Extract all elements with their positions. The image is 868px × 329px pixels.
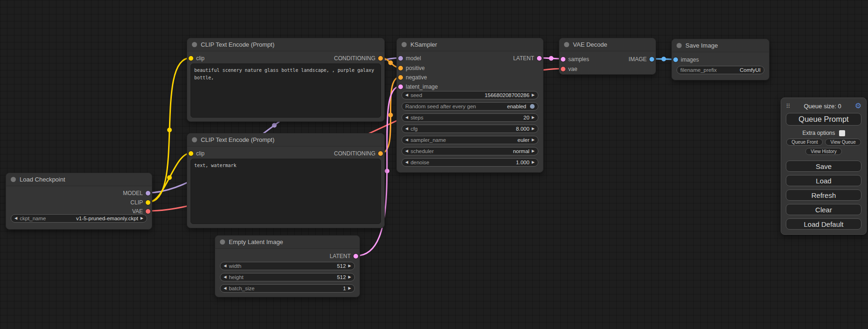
collapse-dot-icon[interactable] — [11, 177, 16, 182]
node-title-bar[interactable]: CLIP Text Encode (Prompt) — [187, 38, 384, 51]
collapse-dot-icon[interactable] — [402, 42, 407, 47]
image-output-port[interactable] — [649, 57, 654, 62]
clip-output-port[interactable] — [146, 200, 150, 205]
clear-button[interactable]: Clear — [786, 204, 861, 215]
latent-output-port[interactable] — [353, 254, 358, 259]
scheduler-widget[interactable]: ◀ scheduler normal ▶ — [402, 147, 538, 155]
vae-output-port[interactable] — [146, 209, 150, 214]
node-clip-text-encode-negative[interactable]: CLIP Text Encode (Prompt) clip CONDITION… — [187, 133, 385, 228]
random-seed-toggle-widget[interactable]: Random seed after every gen enabled — [402, 102, 538, 111]
drag-handle-icon[interactable]: ⠿ — [786, 103, 790, 110]
decrement-arrow[interactable]: ◀ — [405, 138, 408, 142]
denoise-widget[interactable]: ◀ denoise 1.000 ▶ — [402, 158, 538, 167]
view-history-button[interactable]: View History — [805, 148, 841, 155]
increment-arrow[interactable]: ▶ — [532, 93, 535, 97]
decrement-arrow[interactable]: ◀ — [14, 217, 17, 220]
extra-options-checkbox[interactable] — [839, 130, 845, 136]
queue-front-button[interactable]: Queue Front — [786, 139, 823, 146]
decrement-arrow[interactable]: ◀ — [405, 116, 408, 119]
positive-input-port[interactable] — [398, 66, 403, 70]
node-vae-decode[interactable]: VAE Decode samples vae IMAGE — [559, 38, 656, 75]
decrement-arrow[interactable]: ◀ — [224, 287, 226, 290]
collapse-dot-icon[interactable] — [220, 239, 225, 245]
slot-label: latent_image — [406, 84, 438, 90]
node-title: CLIP Text Encode (Prompt) — [201, 136, 275, 143]
clip-input-port[interactable] — [189, 56, 193, 61]
increment-arrow[interactable]: ▶ — [532, 161, 535, 164]
node-ksampler[interactable]: KSampler model positive negative latent_… — [396, 38, 543, 173]
node-title-bar[interactable]: VAE Decode — [559, 38, 656, 51]
load-button[interactable]: Load — [786, 175, 861, 186]
decrement-arrow[interactable]: ◀ — [405, 161, 408, 164]
input-slot-latent-image: latent_image — [398, 83, 438, 91]
node-graph-canvas[interactable]: Load Checkpoint MODEL CLIP VAE ◀ ckpt_na… — [0, 0, 868, 329]
widget-value: 8.000 — [516, 126, 529, 132]
batch-size-widget[interactable]: ◀ batch_size 1 ▶ — [220, 284, 355, 293]
decrement-arrow[interactable]: ◀ — [224, 275, 226, 279]
node-title-bar[interactable]: KSampler — [397, 38, 543, 51]
increment-arrow[interactable]: ▶ — [532, 138, 535, 142]
increment-arrow[interactable]: ▶ — [532, 116, 535, 119]
conditioning-output-port[interactable] — [378, 151, 383, 156]
node-title-bar[interactable]: Load Checkpoint — [6, 173, 152, 186]
decrement-arrow[interactable]: ◀ — [405, 127, 408, 131]
widget-label: width — [229, 263, 241, 269]
model-input-port[interactable] — [398, 56, 403, 61]
filename-prefix-widget[interactable]: filename_prefix ComfyUI — [677, 66, 764, 74]
toggle-knob-icon[interactable] — [530, 104, 535, 109]
queue-size-label: Queue size: 0 — [790, 103, 855, 110]
steps-widget[interactable]: ◀ steps 20 ▶ — [402, 113, 538, 122]
model-output-port[interactable] — [146, 191, 150, 196]
increment-arrow[interactable]: ▶ — [141, 217, 143, 220]
queue-prompt-button[interactable]: Queue Prompt — [786, 113, 861, 126]
ckpt-name-widget[interactable]: ◀ ckpt_name v1-5-pruned-emaonly.ckpt ▶ — [11, 214, 147, 223]
increment-arrow[interactable]: ▶ — [348, 287, 351, 290]
widget-value: v1-5-pruned-emaonly.ckpt — [76, 216, 138, 221]
widget-value: euler — [517, 137, 529, 143]
positive-prompt-textarea[interactable]: beautiful scenery nature glass bottle la… — [191, 63, 381, 118]
node-clip-text-encode-positive[interactable]: CLIP Text Encode (Prompt) clip CONDITION… — [187, 38, 385, 122]
width-widget[interactable]: ◀ width 512 ▶ — [220, 262, 355, 270]
node-load-checkpoint[interactable]: Load Checkpoint MODEL CLIP VAE ◀ ckpt_na… — [6, 173, 152, 230]
increment-arrow[interactable]: ▶ — [348, 275, 351, 279]
increment-arrow[interactable]: ▶ — [532, 149, 535, 153]
node-empty-latent-image[interactable]: Empty Latent Image LATENT ◀ width 512 ▶ … — [215, 235, 360, 297]
height-widget[interactable]: ◀ height 512 ▶ — [220, 273, 355, 281]
slot-label: MODEL — [123, 190, 143, 196]
view-queue-button[interactable]: View Queue — [825, 139, 861, 146]
widget-label: ckpt_name — [20, 216, 46, 221]
widget-label: sampler_name — [410, 137, 446, 143]
negative-input-port[interactable] — [398, 75, 403, 80]
node-title-bar[interactable]: CLIP Text Encode (Prompt) — [187, 133, 384, 147]
widget-label: Random seed after every gen — [405, 104, 476, 109]
decrement-arrow[interactable]: ◀ — [224, 264, 226, 268]
settings-gear-icon[interactable]: ⚙ — [855, 102, 861, 110]
node-title-bar[interactable]: Empty Latent Image — [215, 236, 360, 249]
decrement-arrow[interactable]: ◀ — [405, 93, 408, 97]
node-title-bar[interactable]: Save Image — [672, 39, 769, 52]
images-input-port[interactable] — [673, 57, 678, 62]
latent-image-input-port[interactable] — [398, 84, 403, 89]
latent-output-port[interactable] — [537, 56, 542, 61]
cfg-widget[interactable]: ◀ cfg 8.000 ▶ — [402, 125, 538, 133]
samples-input-port[interactable] — [561, 57, 565, 62]
clip-input-port[interactable] — [189, 151, 193, 156]
collapse-dot-icon[interactable] — [677, 43, 682, 48]
collapse-dot-icon[interactable] — [192, 137, 197, 142]
negative-prompt-textarea[interactable]: text, watermark — [191, 159, 381, 224]
collapse-dot-icon[interactable] — [564, 42, 569, 47]
increment-arrow[interactable]: ▶ — [532, 127, 535, 131]
decrement-arrow[interactable]: ◀ — [405, 149, 408, 153]
load-default-button[interactable]: Load Default — [786, 218, 861, 230]
save-button[interactable]: Save — [786, 161, 861, 172]
vae-input-port[interactable] — [561, 67, 565, 71]
conditioning-output-port[interactable] — [378, 56, 383, 61]
increment-arrow[interactable]: ▶ — [348, 264, 351, 268]
seed-widget[interactable]: ◀ seed 156680208700286 ▶ — [402, 91, 538, 99]
input-slot-clip: clip — [189, 55, 205, 62]
refresh-button[interactable]: Refresh — [786, 189, 861, 201]
node-save-image[interactable]: Save Image images filename_prefix ComfyU… — [671, 39, 769, 80]
sampler-name-widget[interactable]: ◀ sampler_name euler ▶ — [402, 136, 538, 144]
collapse-dot-icon[interactable] — [192, 42, 197, 47]
slot-label: LATENT — [513, 55, 534, 62]
